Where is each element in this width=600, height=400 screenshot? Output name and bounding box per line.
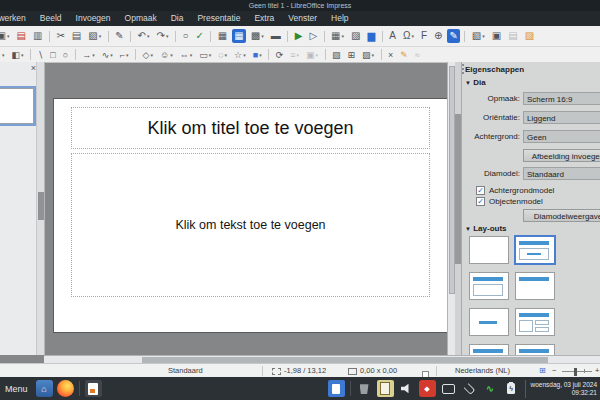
- taskbar-menu-button[interactable]: Menu: [0, 384, 34, 394]
- delete-slide-icon[interactable]: ▤: [506, 29, 520, 43]
- layout-title-2content-content[interactable]: [469, 344, 509, 355]
- layout-blank[interactable]: [469, 236, 509, 264]
- activity-icon[interactable]: [482, 380, 499, 397]
- layout-centered-text[interactable]: [469, 308, 509, 336]
- dropdown-arrow-icon[interactable]: ▾: [190, 52, 193, 58]
- insert-chart-icon[interactable]: ▆: [365, 29, 378, 43]
- trash-icon[interactable]: [356, 380, 373, 397]
- menu-presentatie[interactable]: Presentatie: [190, 11, 247, 26]
- dia-section-header[interactable]: ▼ Dia: [465, 78, 486, 87]
- document-tray-icon[interactable]: [328, 380, 345, 397]
- impress-task-icon[interactable]: [85, 380, 102, 397]
- slide-canvas[interactable]: Klik om titel toe te voegen Klik om teks…: [53, 98, 448, 333]
- connectors-icon[interactable]: ⌐▾: [117, 48, 131, 62]
- dropdown-arrow-icon[interactable]: ▾: [372, 52, 375, 58]
- fontwork-icon[interactable]: F: [418, 29, 429, 43]
- copy-icon[interactable]: ▤: [69, 29, 83, 43]
- layout-title-content[interactable]: [514, 235, 556, 265]
- dropdown-arrow-icon[interactable]: ▾: [170, 52, 173, 58]
- dropdown-arrow-icon[interactable]: ▾: [259, 52, 262, 58]
- snap-to-grid-icon[interactable]: ▦: [232, 29, 246, 43]
- save-icon[interactable]: ▣▾: [0, 29, 12, 43]
- slide-panel-scrollbar-thumb[interactable]: [38, 192, 44, 220]
- language-status[interactable]: Nederlands (NL): [455, 364, 510, 378]
- crop-image-icon[interactable]: ⊞: [345, 48, 358, 62]
- body-placeholder[interactable]: Klik om tekst toe te voegen: [71, 153, 430, 297]
- rotate-icon[interactable]: ⟳: [273, 48, 286, 62]
- undo-icon[interactable]: ↶▾: [135, 29, 152, 43]
- dropdown-arrow-icon[interactable]: ▾: [296, 52, 299, 58]
- red-app-icon[interactable]: [419, 380, 436, 397]
- callout-shapes-icon[interactable]: ◌▾: [216, 48, 230, 62]
- menu-beeld[interactable]: Beeld: [33, 11, 69, 26]
- special-character-icon[interactable]: Ω▾: [400, 29, 416, 43]
- dropdown-arrow-icon[interactable]: ▾: [7, 33, 10, 39]
- glue-points-icon[interactable]: ✎: [398, 48, 411, 62]
- layout-title-content-over-content[interactable]: [515, 344, 555, 355]
- dropdown-arrow-icon[interactable]: ▾: [482, 33, 485, 39]
- fit-slide-icon[interactable]: ⊞: [539, 364, 546, 378]
- dropdown-arrow-icon[interactable]: ▾: [2, 52, 5, 58]
- menu-venster[interactable]: Venster: [281, 11, 324, 26]
- block-arrows-icon[interactable]: ⇔▾: [177, 48, 195, 62]
- dropdown-arrow-icon[interactable]: ▾: [126, 52, 129, 58]
- show-draw-functions-icon[interactable]: ✎: [447, 29, 460, 43]
- zoom-slider[interactable]: [562, 371, 592, 372]
- slide-panel-scrollbar[interactable]: [36, 62, 45, 355]
- filter-icon[interactable]: ▨▾: [360, 48, 377, 62]
- display-master-icon[interactable]: ▬: [268, 29, 283, 43]
- dropdown-arrow-icon[interactable]: ▾: [261, 33, 264, 39]
- dropdown-arrow-icon[interactable]: ▾: [315, 52, 318, 58]
- checkbox-achtergrondmodel[interactable]: ✓Achtergrondmodel: [476, 185, 554, 196]
- opmaak-select[interactable]: Scherm 16:9: [523, 92, 600, 105]
- align-objects-icon[interactable]: ≡▾: [288, 48, 302, 62]
- star-shapes-icon[interactable]: ☆▾: [232, 48, 249, 62]
- checkbox-objectenmodel[interactable]: ✓Objectenmodel: [476, 196, 554, 207]
- flip-icon[interactable]: ↕▾: [0, 48, 7, 62]
- zoom-out-button[interactable]: −: [552, 364, 556, 378]
- achtergrond-select[interactable]: Geen: [523, 130, 600, 143]
- rectangle-icon[interactable]: □: [48, 48, 58, 62]
- zoom-in-button[interactable]: +: [595, 364, 599, 378]
- dropdown-arrow-icon[interactable]: ▾: [209, 52, 212, 58]
- slide-thumbnail[interactable]: [0, 88, 34, 124]
- ellipse-icon[interactable]: ○: [60, 48, 70, 62]
- convert-to-curve-icon[interactable]: ≈: [412, 48, 422, 62]
- paperclip-icon[interactable]: [461, 380, 478, 397]
- display-grid-icon[interactable]: ▦: [215, 29, 229, 43]
- basic-shapes-icon[interactable]: ◇▾: [140, 48, 155, 62]
- orientatie-select[interactable]: Liggend: [523, 111, 600, 124]
- dropdown-arrow-icon[interactable]: ▾: [92, 52, 95, 58]
- diamodel-select[interactable]: Standaard: [523, 167, 600, 180]
- clone-formatting-icon[interactable]: ✎: [113, 29, 126, 43]
- menu-opmaak[interactable]: Opmaak: [118, 11, 164, 26]
- 3d-objects-icon[interactable]: ■▾: [250, 48, 264, 62]
- dropdown-arrow-icon[interactable]: ▾: [99, 33, 102, 39]
- arrange-objects-icon[interactable]: ▣▾: [303, 48, 320, 62]
- start-from-current-slide-icon[interactable]: ▷: [307, 29, 320, 43]
- file-manager-icon[interactable]: [36, 380, 53, 397]
- insert-line-icon[interactable]: ∖: [35, 48, 46, 62]
- print-icon[interactable]: ▥: [30, 29, 44, 43]
- export-pdf-icon[interactable]: ▤: [14, 29, 28, 43]
- dropdown-arrow-icon[interactable]: ▾: [342, 33, 345, 39]
- firefox-icon[interactable]: [57, 380, 74, 397]
- duplicate-slide-icon[interactable]: ▣: [489, 29, 503, 43]
- spelling-icon[interactable]: ✓: [193, 29, 206, 43]
- title-placeholder[interactable]: Klik om titel toe te voegen: [71, 107, 430, 149]
- dropdown-arrow-icon[interactable]: ▾: [411, 33, 414, 39]
- clock[interactable]: woensdag, 03 juli 2024 09:32:21: [525, 380, 600, 398]
- layout-title-content-alt[interactable]: [469, 272, 509, 300]
- master-view-button[interactable]: Diamodelweergave: [523, 209, 600, 222]
- helplines-icon[interactable]: ▩▾: [248, 29, 266, 43]
- cut-icon[interactable]: ✂: [54, 29, 67, 43]
- redo-icon[interactable]: ↷▾: [154, 29, 171, 43]
- zoom-slider-thumb[interactable]: [574, 368, 577, 376]
- zoom-icon[interactable]: ○: [180, 29, 191, 43]
- curves-and-polygons-icon[interactable]: ∿▾: [99, 48, 115, 62]
- dropdown-arrow-icon[interactable]: ▾: [225, 52, 228, 58]
- dropdown-arrow-icon[interactable]: ▾: [166, 33, 169, 39]
- shadow-icon[interactable]: ▧: [330, 48, 344, 62]
- layouts-section-header[interactable]: ▼ Lay-outs: [465, 224, 507, 233]
- symbol-shapes-icon[interactable]: ☺▾: [157, 48, 175, 62]
